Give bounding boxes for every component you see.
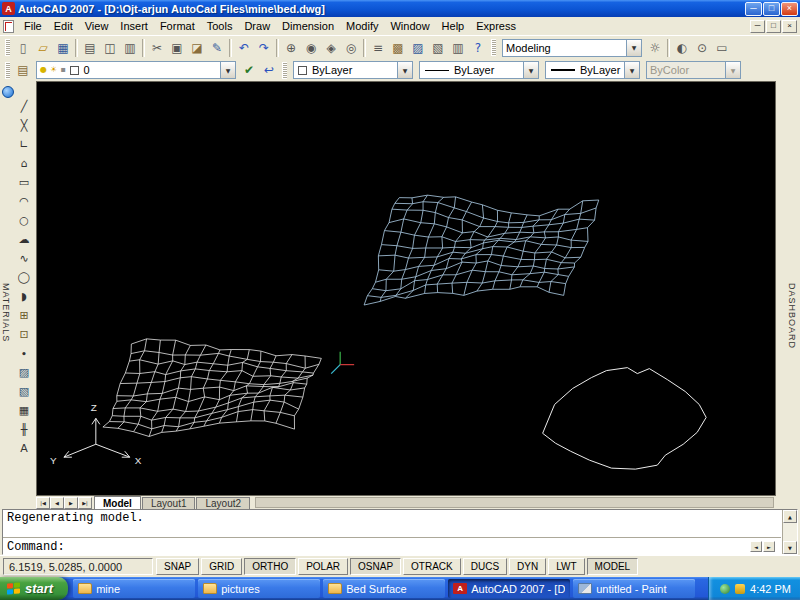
3d-orbit-icon[interactable]: ⊙ bbox=[692, 38, 712, 58]
menu-draw[interactable]: Draw bbox=[238, 18, 276, 34]
make-object-layer-current-icon[interactable]: ✔ bbox=[239, 60, 259, 80]
menu-file[interactable]: File bbox=[18, 18, 48, 34]
mdi-minimize-button[interactable]: ─ bbox=[750, 20, 765, 33]
revision-cloud-icon[interactable]: ☁ bbox=[14, 230, 34, 249]
chevron-down-icon[interactable]: ▼ bbox=[397, 62, 412, 78]
tab-model[interactable]: Model bbox=[94, 496, 141, 509]
status-toggle-ducs[interactable]: DUCS bbox=[463, 558, 507, 575]
command-scrollbar[interactable]: ▲ ▼ bbox=[782, 510, 797, 554]
tab-nav-button-2[interactable]: ▶ bbox=[64, 497, 78, 509]
zoom-previous-icon[interactable]: ◎ bbox=[341, 38, 361, 58]
render-icon[interactable]: ◐ bbox=[672, 38, 692, 58]
chevron-down-icon[interactable]: ▼ bbox=[624, 62, 639, 78]
multiline-text-icon[interactable]: A bbox=[14, 439, 34, 458]
copy-icon[interactable]: ▣ bbox=[167, 38, 187, 58]
menu-tools[interactable]: Tools bbox=[201, 18, 239, 34]
toolbar-grip[interactable] bbox=[5, 39, 10, 56]
status-toggle-snap[interactable]: SNAP bbox=[156, 558, 199, 575]
tray-update-icon[interactable] bbox=[735, 584, 745, 594]
status-toggle-otrack[interactable]: OTRACK bbox=[403, 558, 461, 575]
clock[interactable]: 4:42 PM bbox=[750, 583, 791, 595]
polygon-icon[interactable]: ⌂ bbox=[14, 154, 34, 173]
scroll-right-icon[interactable]: ► bbox=[763, 541, 775, 552]
surface-outline[interactable] bbox=[543, 368, 707, 470]
properties-icon[interactable]: ≡ bbox=[368, 38, 388, 58]
chevron-down-icon[interactable]: ▼ bbox=[523, 62, 538, 78]
taskbar-item[interactable]: Bed Surface bbox=[323, 579, 445, 598]
insert-block-icon[interactable]: ⊞ bbox=[14, 306, 34, 325]
rectangle-icon[interactable]: ▭ bbox=[14, 173, 34, 192]
construction-line-icon[interactable]: ╳ bbox=[14, 116, 34, 135]
status-toggle-model[interactable]: MODEL bbox=[587, 558, 639, 575]
drawing-canvas[interactable]: ZXY bbox=[36, 81, 776, 496]
designcenter-icon[interactable]: ▩ bbox=[388, 38, 408, 58]
zoom-realtime-icon[interactable]: ◉ bbox=[301, 38, 321, 58]
tray-shield-icon[interactable] bbox=[720, 584, 730, 594]
chevron-down-icon[interactable]: ▼ bbox=[626, 40, 641, 56]
color-dropdown[interactable]: ByLayer ▼ bbox=[293, 61, 413, 79]
workspace-settings-icon[interactable]: ☼ bbox=[645, 38, 665, 58]
taskbar-item[interactable]: untitled - Paint bbox=[573, 579, 695, 598]
table-icon[interactable]: ╫ bbox=[14, 420, 34, 439]
ellipse-arc-icon[interactable]: ◗ bbox=[14, 287, 34, 306]
scroll-up-icon[interactable]: ▲ bbox=[783, 510, 797, 523]
plot-icon[interactable]: ▤ bbox=[80, 38, 100, 58]
redo-icon[interactable]: ↷ bbox=[254, 38, 274, 58]
mesh-surface-lower[interactable] bbox=[103, 339, 321, 437]
chevron-down-icon[interactable]: ▼ bbox=[220, 62, 235, 78]
command-prompt[interactable]: Command: bbox=[3, 539, 781, 554]
region-icon[interactable]: ▦ bbox=[14, 401, 34, 420]
workspace-dropdown[interactable]: Modeling ▼ bbox=[502, 39, 642, 57]
materials-palette-tab[interactable]: MATERIALS bbox=[1, 283, 11, 342]
mesh-surface-upper[interactable] bbox=[364, 195, 599, 305]
toolbar-grip[interactable] bbox=[5, 62, 10, 79]
sheet-set-manager-icon[interactable]: ▧ bbox=[428, 38, 448, 58]
tab-layout1[interactable]: Layout1 bbox=[142, 497, 196, 509]
undo-icon[interactable]: ↶ bbox=[234, 38, 254, 58]
lineweight-dropdown[interactable]: ByLayer ▼ bbox=[545, 61, 640, 79]
menu-view[interactable]: View bbox=[79, 18, 115, 34]
make-block-icon[interactable]: ⊡ bbox=[14, 325, 34, 344]
coordinates-readout[interactable]: 6.1519, 5.0285, 0.0000 bbox=[3, 558, 153, 575]
qnew-icon[interactable]: ▯ bbox=[13, 38, 33, 58]
menu-help[interactable]: Help bbox=[436, 18, 471, 34]
minimize-button[interactable]: ─ bbox=[745, 2, 762, 16]
named-views-icon[interactable]: ▭ bbox=[712, 38, 732, 58]
paste-icon[interactable]: ◪ bbox=[187, 38, 207, 58]
tab-layout2[interactable]: Layout2 bbox=[196, 497, 250, 509]
status-toggle-osnap[interactable]: OSNAP bbox=[350, 558, 401, 575]
circle-icon[interactable]: ○ bbox=[14, 211, 34, 230]
close-button[interactable]: × bbox=[781, 2, 798, 16]
zoom-window-icon[interactable]: ◈ bbox=[321, 38, 341, 58]
status-toggle-dyn[interactable]: DYN bbox=[509, 558, 546, 575]
status-toggle-grid[interactable]: GRID bbox=[201, 558, 242, 575]
arc-icon[interactable]: ◠ bbox=[14, 192, 34, 211]
hatch-icon[interactable]: ▨ bbox=[14, 363, 34, 382]
tab-nav-button-3[interactable]: ▶| bbox=[78, 497, 92, 509]
layer-previous-icon[interactable]: ↩ bbox=[259, 60, 279, 80]
mdi-restore-button[interactable]: □ bbox=[766, 20, 781, 33]
pan-icon[interactable]: ⊕ bbox=[281, 38, 301, 58]
dashboard-palette-tab[interactable]: DASHBOARD bbox=[787, 283, 797, 349]
menu-dimension[interactable]: Dimension bbox=[276, 18, 340, 34]
tool-palettes-icon[interactable]: ▨ bbox=[408, 38, 428, 58]
help-icon[interactable]: ? bbox=[468, 38, 488, 58]
tab-nav-button-0[interactable]: |◀ bbox=[36, 497, 50, 509]
polyline-icon[interactable]: ∟ bbox=[14, 135, 34, 154]
menu-format[interactable]: Format bbox=[154, 18, 201, 34]
taskbar-item[interactable]: mine bbox=[73, 579, 195, 598]
toolbar-grip[interactable] bbox=[491, 39, 496, 56]
scroll-down-icon[interactable]: ▼ bbox=[783, 541, 797, 554]
status-toggle-lwt[interactable]: LWT bbox=[548, 558, 584, 575]
linetype-dropdown[interactable]: ByLayer ▼ bbox=[419, 61, 539, 79]
gradient-icon[interactable]: ▧ bbox=[14, 382, 34, 401]
taskbar-item[interactable]: pictures bbox=[198, 579, 320, 598]
command-window[interactable]: Regenerating model. Command: ◄ ► ▲ ▼ bbox=[2, 509, 798, 555]
scroll-left-icon[interactable]: ◄ bbox=[750, 541, 762, 552]
mdi-close-button[interactable]: × bbox=[782, 20, 797, 33]
layer-properties-manager-icon[interactable]: ▤ bbox=[13, 60, 33, 80]
status-toggle-ortho[interactable]: ORTHO bbox=[244, 558, 296, 575]
layer-dropdown[interactable]: ● ☀ ▪ 0 ▼ bbox=[36, 61, 236, 79]
match-properties-icon[interactable]: ✎ bbox=[207, 38, 227, 58]
menu-window[interactable]: Window bbox=[384, 18, 435, 34]
